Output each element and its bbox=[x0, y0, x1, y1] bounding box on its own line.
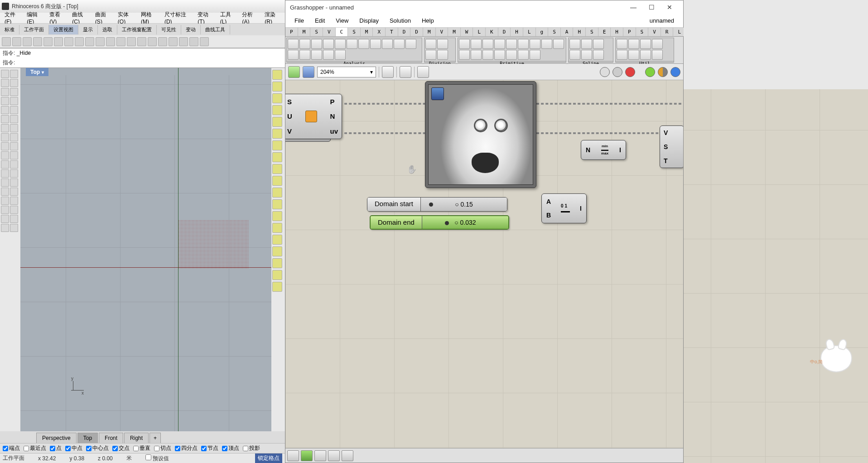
tab-display[interactable]: 显示 bbox=[78, 25, 98, 34]
component-icon[interactable] bbox=[581, 50, 592, 60]
tool-icon[interactable] bbox=[10, 115, 18, 123]
component-icon[interactable] bbox=[471, 50, 482, 60]
component-icon[interactable] bbox=[335, 39, 346, 49]
cat-tab[interactable]: C bbox=[336, 28, 348, 36]
port-s[interactable]: S bbox=[287, 98, 292, 106]
cat-tab[interactable]: T bbox=[386, 28, 398, 36]
component-icon[interactable] bbox=[482, 50, 493, 60]
tool-icon[interactable] bbox=[1, 178, 9, 187]
component-icon[interactable] bbox=[299, 39, 310, 49]
btm-icon[interactable] bbox=[328, 450, 340, 461]
component-icon[interactable] bbox=[593, 39, 604, 49]
cat-tab[interactable]: E bbox=[598, 28, 611, 36]
tool-icon[interactable] bbox=[10, 88, 18, 96]
tab-visibility[interactable]: 可见性 bbox=[157, 25, 181, 34]
component-icon[interactable] bbox=[628, 39, 639, 49]
right-tool-icon[interactable] bbox=[272, 129, 282, 139]
toolbar-icon[interactable] bbox=[96, 37, 105, 46]
toolbar-icon[interactable] bbox=[64, 37, 73, 46]
component-icon[interactable] bbox=[593, 50, 604, 60]
preview-toggle-icon[interactable] bbox=[400, 66, 411, 78]
tool-icon[interactable] bbox=[10, 178, 18, 187]
osnap-切点[interactable]: 切点 bbox=[154, 444, 171, 452]
tool-icon[interactable] bbox=[1, 79, 9, 87]
component-icon[interactable] bbox=[382, 39, 393, 49]
toolbar-icon[interactable] bbox=[148, 37, 157, 46]
port-i[interactable]: I bbox=[580, 205, 582, 212]
osnap-交点[interactable]: 交点 bbox=[112, 444, 130, 452]
close-button[interactable]: ✕ bbox=[661, 1, 679, 14]
cat-tab[interactable]: A bbox=[561, 28, 574, 36]
port-p[interactable]: P bbox=[330, 98, 338, 106]
component-icon[interactable] bbox=[405, 39, 416, 49]
tool-icon[interactable] bbox=[10, 169, 18, 178]
component-icon[interactable] bbox=[506, 39, 517, 49]
viewtab-right[interactable]: Right bbox=[124, 433, 149, 443]
osnap-节点[interactable]: 节点 bbox=[201, 444, 218, 452]
osnap-中点[interactable]: 中点 bbox=[65, 444, 82, 452]
evaluate-surface-node[interactable]: S U V P N uv bbox=[285, 94, 342, 139]
tool-icon[interactable] bbox=[1, 70, 9, 78]
menu-edit[interactable]: 编辑(E) bbox=[24, 11, 47, 25]
port-s[interactable]: S bbox=[664, 143, 680, 150]
osnap-四分点[interactable]: 四分点 bbox=[175, 444, 198, 452]
gh-menu-display[interactable]: Display bbox=[354, 17, 384, 24]
tool-icon[interactable] bbox=[10, 215, 18, 223]
right-tool-icon[interactable] bbox=[272, 270, 282, 280]
osnap-垂直[interactable]: 垂直 bbox=[133, 444, 150, 452]
tool-icon[interactable] bbox=[10, 97, 18, 105]
menu-render[interactable]: 渲染(R) bbox=[262, 11, 285, 25]
tool-icon[interactable] bbox=[10, 151, 18, 159]
tab-setview[interactable]: 设置视图 bbox=[49, 25, 78, 34]
display-mode-icon[interactable] bbox=[612, 67, 622, 77]
component-icon[interactable] bbox=[288, 39, 299, 49]
tab-transform[interactable]: 变动 bbox=[181, 25, 201, 34]
right-tool-icon[interactable] bbox=[272, 188, 282, 198]
gh-canvas[interactable]: S U V P N uv Domain st bbox=[285, 80, 683, 448]
right-tool-icon[interactable] bbox=[272, 105, 282, 115]
bounds-node[interactable]: N min▬▬max I bbox=[581, 140, 626, 160]
tool-icon[interactable] bbox=[1, 115, 9, 123]
slider-track[interactable]: ○ 0.032 bbox=[422, 216, 508, 229]
component-icon[interactable] bbox=[581, 39, 592, 49]
tool-icon[interactable] bbox=[1, 88, 9, 96]
component-icon[interactable] bbox=[437, 39, 448, 49]
tool-icon[interactable] bbox=[1, 206, 9, 214]
cat-tab[interactable]: K bbox=[486, 28, 498, 36]
osnap-投影[interactable]: 投影 bbox=[243, 444, 260, 452]
btm-icon[interactable] bbox=[314, 450, 326, 461]
slider-track[interactable]: ○ 0.15 bbox=[421, 198, 507, 211]
right-tool-icon[interactable] bbox=[272, 246, 282, 256]
component-icon[interactable] bbox=[569, 39, 580, 49]
toolbar-icon[interactable] bbox=[23, 37, 32, 46]
right-tool-icon[interactable] bbox=[272, 117, 282, 127]
component-icon[interactable] bbox=[530, 50, 540, 60]
tool-icon[interactable] bbox=[1, 133, 9, 141]
cat-tab[interactable]: S bbox=[586, 28, 598, 36]
component-icon[interactable] bbox=[652, 39, 663, 49]
toolbar-icon[interactable] bbox=[116, 37, 125, 46]
gh-menu-help[interactable]: Help bbox=[416, 17, 439, 24]
tool-icon[interactable] bbox=[10, 106, 18, 114]
toolbar-icon[interactable] bbox=[54, 37, 63, 46]
component-icon[interactable] bbox=[617, 39, 627, 49]
toolbar-icon[interactable] bbox=[12, 37, 21, 46]
menu-surface[interactable]: 曲面(S) bbox=[92, 11, 115, 25]
zoom-extents-icon[interactable] bbox=[382, 66, 394, 78]
display-mode-icon[interactable] bbox=[600, 67, 610, 77]
cat-tab[interactable]: S bbox=[548, 28, 561, 36]
tool-icon[interactable] bbox=[1, 142, 9, 150]
tool-icon[interactable] bbox=[1, 215, 9, 223]
tool-icon[interactable] bbox=[10, 79, 18, 87]
toolbar-icon[interactable] bbox=[189, 37, 198, 46]
cat-tab[interactable]: V bbox=[436, 28, 448, 36]
tool-icon[interactable] bbox=[1, 160, 9, 169]
osnap-最近点[interactable]: 最近点 bbox=[24, 444, 46, 452]
slider-domain-start[interactable]: Domain start ○ 0.15 bbox=[367, 197, 507, 212]
toolbar-icon[interactable] bbox=[158, 37, 167, 46]
save-file-icon[interactable] bbox=[303, 66, 314, 78]
gh-menu-view[interactable]: View bbox=[330, 17, 354, 24]
component-icon[interactable] bbox=[425, 39, 436, 49]
tool-icon[interactable] bbox=[10, 224, 18, 232]
tool-icon[interactable] bbox=[10, 206, 18, 214]
